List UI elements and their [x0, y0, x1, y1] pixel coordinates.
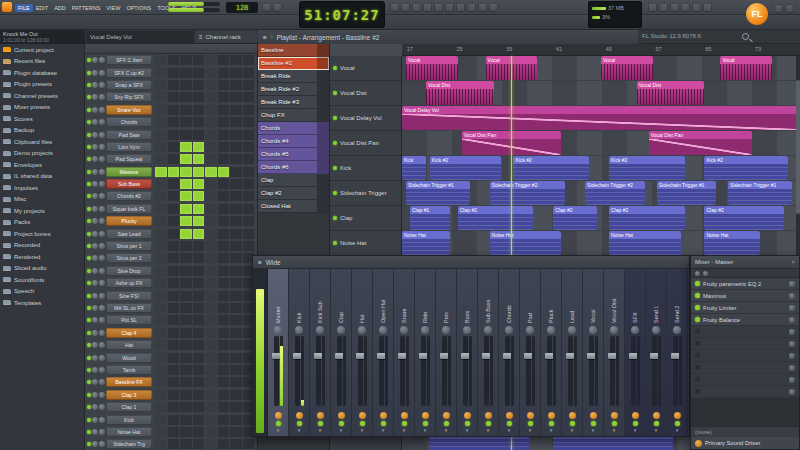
step-cell[interactable]	[180, 229, 192, 239]
browser-item-impulses[interactable]: Impulses	[0, 182, 84, 194]
step-cell[interactable]	[193, 390, 205, 400]
slot-mix-knob[interactable]	[789, 317, 795, 323]
channel-mute-led[interactable]	[87, 368, 91, 372]
strip-send-knob[interactable]	[653, 412, 660, 419]
strip-mute-led[interactable]	[360, 421, 365, 426]
strip-pan-knob[interactable]	[400, 326, 408, 334]
channel-volume-knob[interactable]	[99, 94, 105, 100]
track-led[interactable]	[333, 216, 337, 220]
track-header-vocal-dist-pan[interactable]: Vocal Dist Pan	[330, 131, 401, 156]
strip-send-knob[interactable]	[590, 412, 597, 419]
strip-route-icon[interactable]	[655, 428, 658, 433]
step-cell[interactable]	[168, 216, 180, 226]
blend-notes-icon[interactable]	[434, 3, 443, 12]
strip-fader[interactable]	[337, 336, 342, 406]
strip-mute-led[interactable]	[591, 421, 596, 426]
step-cell[interactable]	[180, 291, 192, 301]
strip-mute-led[interactable]	[276, 421, 281, 426]
track-lane[interactable]: Vocal Delay Vol	[402, 106, 800, 131]
pattern-clap[interactable]: Clap	[258, 174, 329, 187]
mixer-strip-snare[interactable]: Snare	[394, 269, 415, 436]
step-cell[interactable]	[243, 229, 255, 239]
strip-pan-knob[interactable]	[652, 326, 660, 334]
slot-enable-led[interactable]	[695, 329, 700, 334]
slot-enable-led[interactable]	[695, 281, 700, 286]
step-cell[interactable]	[168, 253, 180, 263]
step-cell[interactable]	[180, 278, 192, 288]
channel-volume-knob[interactable]	[99, 231, 105, 237]
channel-volume-knob[interactable]	[99, 132, 105, 138]
step-cell[interactable]	[168, 167, 180, 177]
track-led[interactable]	[333, 241, 337, 245]
step-cell[interactable]	[155, 130, 167, 140]
channel-mute-led[interactable]	[87, 232, 91, 236]
step-cell[interactable]	[218, 55, 230, 65]
strip-mute-led[interactable]	[528, 421, 533, 426]
step-cell[interactable]	[230, 365, 242, 375]
step-cell[interactable]	[218, 427, 230, 437]
fx-slot-4[interactable]: Fruity Balance	[691, 314, 799, 326]
typing-piano-icon[interactable]	[467, 3, 476, 12]
browser-item-speech[interactable]: Speech	[0, 286, 84, 298]
fx-slot-10[interactable]	[691, 386, 799, 398]
step-cell[interactable]	[205, 439, 217, 449]
step-cell[interactable]	[243, 130, 255, 140]
step-cell[interactable]	[205, 427, 217, 437]
track-header-noise-hat[interactable]: Noise Hat	[330, 231, 401, 256]
step-cell[interactable]	[218, 365, 230, 375]
slot-mix-knob[interactable]	[789, 341, 795, 347]
channel-volume-knob[interactable]	[99, 317, 105, 323]
step-cell[interactable]	[230, 167, 242, 177]
step-cell[interactable]	[180, 328, 192, 338]
step-cell[interactable]	[180, 266, 192, 276]
strip-fader[interactable]	[631, 336, 636, 406]
channel-mute-led[interactable]	[87, 244, 91, 248]
clip-sidechain-trigger-1[interactable]: Sidechain Trigger #1	[657, 181, 717, 205]
step-cell[interactable]	[230, 130, 242, 140]
channel-volume-knob[interactable]	[99, 82, 105, 88]
strip-fader[interactable]	[316, 336, 321, 406]
track-led[interactable]	[333, 91, 337, 95]
mixer-strip-hat[interactable]: Hat	[352, 269, 373, 436]
strip-fader[interactable]	[526, 336, 531, 406]
channel-volume-knob[interactable]	[99, 330, 105, 336]
slot-mix-knob[interactable]	[789, 353, 795, 359]
channel-volume-knob[interactable]	[99, 206, 105, 212]
mixer-strip-bass[interactable]: Bass	[457, 269, 478, 436]
slot-enable-led[interactable]	[695, 305, 700, 310]
strip-route-icon[interactable]	[487, 428, 490, 433]
step-cell[interactable]	[230, 439, 242, 449]
channel-button[interactable]: Clap 1	[106, 402, 152, 412]
strip-fader[interactable]	[358, 336, 363, 406]
strip-pan-knob[interactable]	[547, 326, 555, 334]
strip-send-knob[interactable]	[317, 412, 324, 419]
channel-pan-knob[interactable]	[92, 255, 98, 261]
step-cell[interactable]	[155, 315, 167, 325]
step-cell[interactable]	[243, 241, 255, 251]
step-cell[interactable]	[180, 315, 192, 325]
strip-route-icon[interactable]	[529, 428, 532, 433]
step-cell[interactable]	[243, 68, 255, 78]
strip-pan-knob[interactable]	[295, 326, 303, 334]
step-cell[interactable]	[168, 415, 180, 425]
strip-route-icon[interactable]	[277, 428, 280, 433]
step-cell[interactable]	[168, 105, 180, 115]
channel-pan-knob[interactable]	[92, 193, 98, 199]
clip-sidechain-trigger-1[interactable]: Sidechain Trigger #1	[728, 181, 792, 205]
strip-mute-led[interactable]	[402, 421, 407, 426]
step-cell[interactable]	[180, 105, 192, 115]
channel-pan-knob[interactable]	[92, 404, 98, 410]
step-cell[interactable]	[243, 179, 255, 189]
channel-mute-led[interactable]	[87, 430, 91, 434]
strip-route-icon[interactable]	[382, 428, 385, 433]
step-cell[interactable]	[180, 154, 192, 164]
strip-fader[interactable]	[484, 336, 489, 406]
step-cell[interactable]	[205, 142, 217, 152]
strip-send-knob[interactable]	[422, 412, 429, 419]
menu-patterns[interactable]: PATTERNS	[69, 4, 104, 12]
strip-route-icon[interactable]	[340, 428, 343, 433]
step-cell[interactable]	[230, 402, 242, 412]
loop-record-icon[interactable]	[423, 3, 432, 12]
channel-button[interactable]: SFX C dwn	[106, 55, 152, 65]
step-cell[interactable]	[155, 377, 167, 387]
